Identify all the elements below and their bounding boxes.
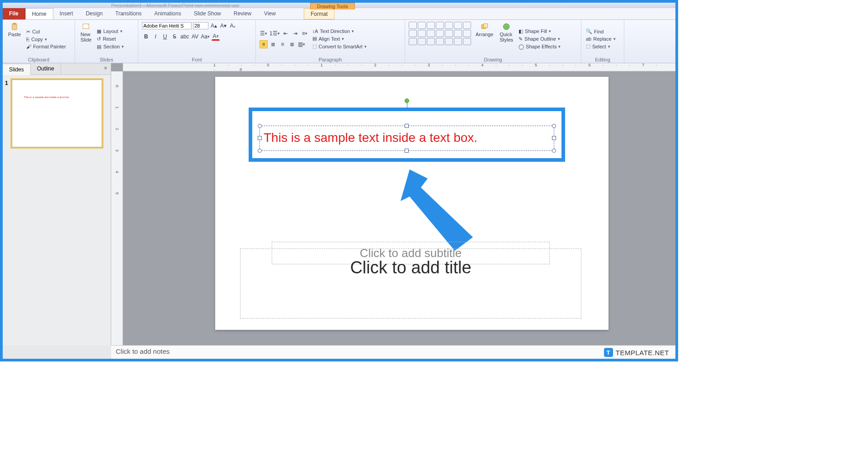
tab-view[interactable]: View [258,8,282,19]
notes-pane[interactable]: Click to add notes [111,345,675,359]
shape-arrowl-icon[interactable] [445,30,453,37]
justify-button[interactable]: ≣ [288,40,296,48]
shape-f-icon[interactable] [454,38,462,45]
clear-format-button[interactable]: Aₓ [229,22,237,30]
shape-c-icon[interactable] [427,38,435,45]
shape-tri-icon[interactable] [454,22,462,29]
tab-format[interactable]: Format [304,8,335,19]
smartart-button[interactable]: ⬚Convert to SmartArt [311,43,368,50]
shape-connector-icon[interactable] [418,30,426,37]
tab-home[interactable]: Home [25,8,53,19]
resize-handle-mr[interactable] [552,136,556,140]
shape-fill-button[interactable]: ◧Shape Fill [518,28,561,35]
italic-button[interactable]: I [151,33,160,41]
layout-button[interactable]: ▦Layout [96,28,125,35]
shape-b-icon[interactable] [418,38,426,45]
font-name-combo[interactable] [142,22,192,29]
indent-button[interactable]: ⇥ [291,29,299,38]
vertical-ruler: 0 1 2 3 4 5 [111,71,123,345]
text-direction-button[interactable]: ↕AText Direction [311,28,368,34]
shrink-font-button[interactable]: A▾ [219,22,227,30]
reset-button[interactable]: ↺Reset [96,36,125,42]
align-right-button[interactable]: ≡ [278,40,287,48]
columns-button[interactable]: ▥ [297,40,306,48]
font-color-button[interactable]: A [212,33,220,41]
resize-handle-tl[interactable] [258,124,262,128]
outdent-button[interactable]: ⇤ [282,29,290,38]
slide-canvas[interactable]: This is a sample text inside a text box.… [215,77,609,330]
tab-transitions[interactable]: Transitions [109,8,148,19]
arrange-button[interactable]: Arrange [474,22,495,56]
shape-rrect-icon[interactable] [445,22,453,29]
paste-label: Paste [8,32,21,37]
shape-arrow-icon[interactable] [418,22,426,29]
shape-brace-icon[interactable] [427,30,435,37]
spacing-button[interactable]: AV [191,33,199,41]
shape-curve-icon[interactable] [409,30,417,37]
group-label-editing: Editing [585,56,620,62]
underline-button[interactable]: U [161,33,169,41]
font-size-combo[interactable] [193,22,208,29]
arrange-icon [481,23,489,31]
shape-outline-button[interactable]: ✎Shape Outline [518,36,561,42]
paste-button[interactable]: Paste [6,22,23,56]
section-button[interactable]: ▤Section [96,43,125,50]
tab-slideshow[interactable]: Slide Show [188,8,227,19]
format-painter-button[interactable]: 🖌Format Painter [25,43,67,50]
shadow-button[interactable]: abc [180,33,189,41]
align-text-button[interactable]: ▤Align Text [311,35,368,42]
shape-a-icon[interactable] [409,38,417,45]
case-button[interactable]: Aa [200,33,210,41]
find-button[interactable]: 🔍Find [585,28,617,35]
shape-effects-button[interactable]: ◯Shape Effects [518,43,561,50]
shape-g-icon[interactable] [463,38,471,45]
slide-thumbnail-1[interactable]: 1 This is a sample text inside a text bo… [12,80,102,147]
tab-file[interactable]: File [3,8,25,19]
select-button[interactable]: ⬚Select [585,43,617,50]
context-tab-drawing-tools[interactable]: Drawing Tools [310,3,355,9]
bullets-button[interactable]: ☰ [259,29,268,38]
thumbnail-list[interactable]: 1 This is a sample text inside a text bo… [3,75,111,345]
align-left-button[interactable]: ≡ [259,40,268,48]
shape-more-icon[interactable] [463,22,471,29]
textbox-content[interactable]: This is a sample text inside a text box. [260,126,554,150]
quick-styles-button[interactable]: Quick Styles [498,22,515,56]
outline-tab[interactable]: Outline [31,63,61,75]
shapes-gallery[interactable] [409,22,471,56]
tab-design[interactable]: Design [80,8,109,19]
new-slide-button[interactable]: New Slide [79,22,93,56]
shape-d-icon[interactable] [436,38,444,45]
copy-button[interactable]: ⎘Copy [25,36,67,42]
align-center-button[interactable]: ≣ [269,40,277,48]
numbering-button[interactable]: 1☰ [269,29,280,38]
rotation-handle[interactable] [405,98,409,103]
shape-rect-icon[interactable] [427,22,435,29]
linespacing-button[interactable]: ≡ [301,29,309,38]
resize-handle-tm[interactable] [405,124,409,128]
shape-oval-icon[interactable] [436,22,444,29]
resize-handle-bl[interactable] [258,149,262,153]
slide-editor[interactable]: 1 · · · 0 · · · 1 · · · 2 · · · 3 · · · … [111,63,675,345]
shape-e-icon[interactable] [445,38,453,45]
align-text-icon: ▤ [312,36,317,42]
shape-star-icon[interactable] [454,30,462,37]
strike-button[interactable]: S̶ [170,33,179,41]
close-panel-icon[interactable]: × [100,63,111,75]
tab-review[interactable]: Review [227,8,258,19]
grow-font-button[interactable]: A▴ [210,22,218,30]
shape-line-icon[interactable] [409,22,417,29]
tab-animations[interactable]: Animations [148,8,187,19]
resize-handle-tr[interactable] [552,124,556,128]
resize-handle-ml[interactable] [258,136,262,140]
selected-textbox[interactable]: This is a sample text inside a text box. [259,126,554,151]
shape-arrowr-icon[interactable] [436,30,444,37]
resize-handle-br[interactable] [552,149,556,153]
title-placeholder[interactable]: Click to add title [240,249,581,319]
replace-button[interactable]: abReplace [585,36,617,42]
resize-handle-bm[interactable] [405,149,409,153]
cut-button[interactable]: ✂Cut [25,28,67,35]
bold-button[interactable]: B [142,33,150,41]
slides-tab[interactable]: Slides [3,64,31,75]
shape-callout-icon[interactable] [463,30,471,37]
tab-insert[interactable]: Insert [53,8,80,19]
